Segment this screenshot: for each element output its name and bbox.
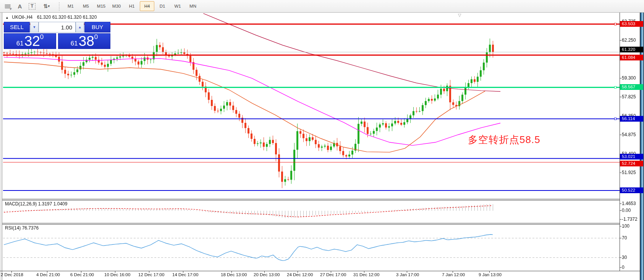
time-tick-mark (149, 271, 149, 273)
macd-rsi-separator-top[interactable] (2, 223, 620, 223)
time-tick-mark (264, 271, 265, 273)
time-label: 9 Jan 13:00 (479, 272, 502, 277)
price-badge-61.084: 61.084 (620, 55, 643, 60)
buy-price-small: 61 (71, 40, 78, 47)
price-badge-56.114: 56.114 (620, 116, 643, 122)
collapse-triangle-icon[interactable]: ▲ (5, 16, 9, 20)
time-label: 6 Dec 21:00 (70, 272, 94, 277)
rsi-timeaxis-separator (0, 271, 640, 271)
time-tick-mark (47, 271, 47, 273)
rsi-axis-label: 100 (622, 223, 629, 229)
time-label: 31 Dec 12:00 (353, 272, 379, 277)
sell-button[interactable]: SELL (4, 22, 30, 33)
time-tick-mark (11, 271, 12, 273)
rsi-indicator-label: RSI(14) 76.7376 (5, 225, 39, 231)
rsi-tick-mark (620, 257, 621, 258)
chart-title: ▲ UKOil-,H4 61.320 61.320 61.320 61.320 (5, 15, 97, 20)
mt4-window: F A T ⇅ ▾ M1M5M15M30H1H4D1W1MN ▲ UKOil-,… (0, 0, 644, 280)
price-badge-53.021: 53.021 (620, 154, 643, 160)
price-macd-separator-top[interactable] (2, 199, 620, 199)
macd-axis-label: -1.7372 (622, 217, 638, 222)
macd-axis-label: 1.4653 (622, 201, 636, 206)
buy-price-big: 38 (79, 35, 94, 47)
sell-price-small: 61 (16, 40, 24, 47)
volume-decrease-button[interactable]: ▼ (30, 22, 39, 33)
time-label: 14 Dec 17:00 (172, 272, 198, 277)
volume-increase-button[interactable]: ▲ (76, 22, 84, 33)
time-label: 4 Dec 21:00 (36, 272, 60, 277)
macd-rsi-separator-bottom[interactable] (2, 224, 620, 225)
price-tick-label: 59.300 (622, 75, 636, 81)
price-badge-50.522: 50.522 (620, 187, 643, 193)
macd-tick-mark (620, 210, 621, 211)
price-tick-mark (620, 135, 621, 135)
time-label: 10 Dec 16:00 (104, 272, 130, 277)
price-tick-mark (620, 78, 621, 78)
one-click-trade-panel: SELL ▼ ▲ BUY 61 32 0 61 38 0 (4, 22, 110, 49)
macd-indicator-label: MACD(12,26,9) 1.3197 1.0409 (5, 201, 67, 207)
price-badge-61.320: 61.320 (620, 47, 643, 52)
symbol-period-label: UKOil-,H4 (12, 15, 32, 20)
rsi-tick-mark (620, 238, 621, 238)
time-label: 7 Jan 12:00 (442, 272, 465, 277)
price-badge-58.567: 58.567 (620, 84, 643, 90)
time-tick-mark (331, 271, 331, 273)
ohlc-values: 61.320 61.320 61.320 61.320 (37, 15, 97, 20)
price-tick-mark (620, 97, 621, 97)
trade-panel-row: SELL ▼ ▲ BUY (4, 22, 110, 33)
time-tick-mark (364, 271, 364, 273)
volume-input[interactable] (39, 22, 76, 33)
rsi-tick-mark (620, 226, 621, 226)
chart-text-annotation[interactable]: 多空转折点58.5 (468, 133, 540, 147)
time-label: 24 Dec 12:00 (287, 272, 313, 277)
price-tick-label: 57.825 (622, 94, 636, 99)
rsi-tick-mark (620, 267, 621, 268)
price-tick-label: 62.250 (622, 37, 636, 43)
time-tick-mark (183, 271, 183, 273)
time-tick-mark (115, 271, 115, 273)
rsi-axis-label: 70 (622, 235, 627, 241)
time-label: 2 Dec 2018 (1, 272, 23, 277)
price-tick-label: 54.875 (622, 132, 636, 137)
chart-shift-marker-icon[interactable]: ▽ (458, 13, 461, 18)
price-macd-separator-bottom[interactable] (2, 200, 620, 200)
time-label: 27 Dec 17:00 (320, 272, 346, 277)
time-tick-mark (453, 271, 453, 273)
time-label: 12 Dec 17:00 (138, 272, 164, 277)
buy-price-box[interactable]: 61 38 0 (58, 33, 110, 49)
rsi-axis-label: 0 (622, 265, 625, 270)
price-tick-mark (620, 40, 621, 41)
sell-price-box[interactable]: 61 32 0 (4, 33, 56, 49)
price-tick-label: 51.925 (622, 170, 636, 175)
time-tick-mark (489, 271, 490, 273)
time-tick-mark (407, 271, 407, 273)
macd-axis-label: 0.00 (622, 208, 631, 213)
macd-tick-mark (620, 203, 621, 204)
macd-tick-mark (620, 219, 621, 220)
time-tick-mark (81, 271, 81, 273)
price-tick-mark (620, 173, 621, 173)
time-label: 3 Jan 17:00 (396, 272, 419, 277)
rsi-axis-label: 30 (622, 255, 627, 260)
sell-price-sup: 0 (40, 34, 44, 40)
sell-price-big: 32 (24, 35, 40, 47)
time-tick-mark (231, 271, 232, 273)
buy-button[interactable]: BUY (84, 22, 110, 33)
buy-price-sup: 0 (94, 34, 98, 40)
price-badge-63.503: 63.503 (620, 21, 643, 27)
time-label: 20 Dec 13:00 (254, 272, 280, 277)
time-label: 18 Dec 13:00 (221, 272, 247, 277)
time-tick-mark (298, 271, 298, 273)
price-badge-52.724: 52.724 (620, 161, 643, 166)
